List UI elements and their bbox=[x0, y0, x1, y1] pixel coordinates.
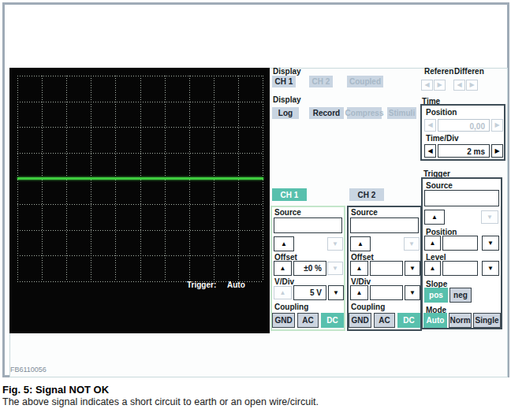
display-ch2-button[interactable]: CH 2 bbox=[309, 76, 333, 87]
time-position-label: Position bbox=[426, 108, 457, 117]
up-arrow-icon: ▲ bbox=[280, 266, 286, 272]
reference-next-button[interactable]: ▶ bbox=[434, 80, 446, 91]
down-arrow-icon: ▼ bbox=[409, 290, 416, 296]
ch2-coupling-ac-button[interactable]: AC bbox=[374, 313, 395, 328]
ch2-offset-down-button[interactable]: ▼ bbox=[405, 261, 420, 276]
ch2-source-field[interactable] bbox=[350, 217, 419, 233]
time-div-increment-button[interactable]: ▶ bbox=[491, 144, 503, 158]
up-arrow-icon: ▲ bbox=[431, 214, 438, 221]
left-arrow-icon: ◀ bbox=[457, 82, 461, 88]
right-arrow-icon: ▶ bbox=[469, 82, 474, 88]
ch2-offset-up-button[interactable]: ▲ bbox=[350, 261, 368, 276]
oscilloscope-display: Trigger: Auto bbox=[9, 68, 270, 333]
ch2-offset-field[interactable] bbox=[370, 261, 403, 276]
ch1-source-up-button[interactable]: ▲ bbox=[274, 236, 294, 251]
trigger-mode-norm-button[interactable]: Norm bbox=[449, 313, 472, 328]
time-position-increment-button[interactable]: ▶ bbox=[491, 119, 503, 132]
trigger-slope-pos-button[interactable]: pos bbox=[424, 288, 448, 303]
display-modes-label: Display bbox=[273, 95, 301, 104]
ch2-coupling-label: Coupling bbox=[351, 303, 385, 311]
ch1-offset-up-button[interactable]: ▲ bbox=[274, 261, 292, 276]
ch1-vdiv-down-button[interactable]: ▼ bbox=[328, 285, 344, 300]
ch1-source-down-button[interactable]: ▼ bbox=[327, 237, 343, 251]
time-position-decrement-button[interactable]: ◀ bbox=[424, 119, 436, 132]
ch1-coupling-dc-button[interactable]: DC bbox=[321, 313, 344, 328]
ch1-vdiv-field[interactable]: 5 V bbox=[293, 285, 326, 300]
display-compress-button[interactable]: Compress bbox=[347, 107, 382, 119]
trigger-level-up-button[interactable]: ▲ bbox=[424, 261, 441, 276]
up-arrow-icon: ▲ bbox=[357, 241, 364, 247]
reference-label: Referen bbox=[424, 67, 453, 76]
trigger-level-down-button[interactable]: ▼ bbox=[482, 261, 499, 276]
down-arrow-icon: ▼ bbox=[408, 241, 415, 247]
display-record-button[interactable]: Record bbox=[309, 107, 344, 119]
ch2-source-up-button[interactable]: ▲ bbox=[350, 236, 371, 251]
ch1-source-label: Source bbox=[274, 208, 301, 217]
caption-text: The above signal indicates a short circu… bbox=[2, 396, 319, 407]
left-arrow-icon: ◀ bbox=[424, 82, 429, 88]
ch1-coupling-label: Coupling bbox=[274, 303, 308, 311]
display-coupled-button[interactable]: Coupled bbox=[347, 76, 383, 87]
display-ch1-button[interactable]: CH 1 bbox=[272, 76, 296, 87]
up-arrow-icon: ▲ bbox=[356, 266, 363, 272]
time-div-field[interactable]: 2 ms bbox=[438, 144, 490, 158]
right-arrow-icon: ▶ bbox=[494, 122, 499, 128]
trigger-readout-value: Auto bbox=[227, 281, 245, 289]
time-div-label: Time/Div bbox=[426, 134, 459, 143]
ch2-vdiv-up-button[interactable]: ▲ bbox=[350, 285, 368, 300]
display-stimuli-button[interactable]: Stimuli bbox=[387, 107, 416, 119]
down-arrow-icon: ▼ bbox=[487, 266, 494, 272]
tab-ch2[interactable]: CH 2 bbox=[349, 188, 384, 201]
down-arrow-icon: ▼ bbox=[333, 290, 339, 296]
trigger-position-field[interactable] bbox=[442, 236, 478, 251]
up-arrow-icon: ▲ bbox=[281, 241, 287, 247]
trigger-position-up-button[interactable]: ▲ bbox=[424, 236, 441, 251]
left-arrow-icon: ◀ bbox=[427, 122, 432, 128]
display-channels-label: Display bbox=[273, 67, 301, 76]
display-log-button[interactable]: Log bbox=[272, 107, 299, 119]
ch1-source-field[interactable] bbox=[274, 217, 342, 233]
up-arrow-icon: ▲ bbox=[430, 266, 436, 272]
ch1-vdiv-up-button[interactable]: ▲ bbox=[274, 286, 292, 299]
left-arrow-icon: ◀ bbox=[427, 148, 432, 154]
trigger-mode-single-button[interactable]: Single bbox=[473, 313, 501, 328]
down-arrow-icon: ▼ bbox=[332, 241, 338, 247]
ch2-coupling-gnd-button[interactable]: GND bbox=[349, 313, 371, 328]
down-arrow-icon: ▼ bbox=[332, 266, 338, 272]
trigger-source-field[interactable] bbox=[424, 190, 499, 206]
trigger-level-field[interactable] bbox=[442, 261, 478, 276]
ch2-vdiv-down-button[interactable]: ▼ bbox=[405, 285, 420, 300]
ch2-vdiv-field[interactable] bbox=[370, 285, 403, 300]
figure: Trigger: Auto Display CH 1 CH 2 Coupled … bbox=[0, 0, 511, 420]
trigger-position-down-button[interactable]: ▼ bbox=[482, 236, 499, 251]
reference-prev-button[interactable]: ◀ bbox=[421, 80, 433, 91]
trigger-slope-neg-button[interactable]: neg bbox=[449, 288, 472, 303]
right-arrow-icon: ▶ bbox=[437, 82, 442, 88]
differential-label: Differen bbox=[454, 67, 484, 76]
ch2-coupling-dc-button[interactable]: DC bbox=[397, 313, 420, 328]
signal-trace bbox=[17, 177, 263, 180]
caption-title: Fig. 5: Signal NOT OK bbox=[2, 384, 109, 396]
down-arrow-icon: ▼ bbox=[487, 240, 494, 247]
up-arrow-icon: ▲ bbox=[430, 240, 436, 247]
down-arrow-icon: ▼ bbox=[487, 214, 493, 221]
up-arrow-icon: ▲ bbox=[280, 290, 286, 296]
trigger-source-up-button[interactable]: ▲ bbox=[424, 210, 445, 225]
tab-ch1[interactable]: CH 1 bbox=[272, 188, 307, 201]
up-arrow-icon: ▲ bbox=[356, 290, 363, 296]
ch2-source-down-button[interactable]: ▼ bbox=[404, 237, 420, 251]
differential-prev-button[interactable]: ◀ bbox=[453, 80, 465, 91]
trigger-mode-auto-button[interactable]: Auto bbox=[423, 313, 447, 328]
trigger-source-down-button[interactable]: ▼ bbox=[481, 210, 498, 224]
trigger-readout-label: Trigger: bbox=[187, 281, 216, 289]
down-arrow-icon: ▼ bbox=[409, 266, 416, 272]
ch1-offset-down-button[interactable]: ▼ bbox=[327, 262, 343, 275]
ch1-coupling-ac-button[interactable]: AC bbox=[297, 313, 319, 328]
ch1-vdiv-label: V/Div bbox=[274, 277, 294, 286]
ch1-offset-field[interactable]: ±0 % bbox=[293, 261, 326, 276]
ch1-coupling-gnd-button[interactable]: GND bbox=[272, 313, 295, 328]
trigger-source-label: Source bbox=[426, 181, 453, 190]
differential-next-button[interactable]: ▶ bbox=[466, 80, 478, 91]
time-div-decrement-button[interactable]: ◀ bbox=[424, 144, 436, 158]
time-position-field: 0,00 bbox=[438, 119, 490, 132]
